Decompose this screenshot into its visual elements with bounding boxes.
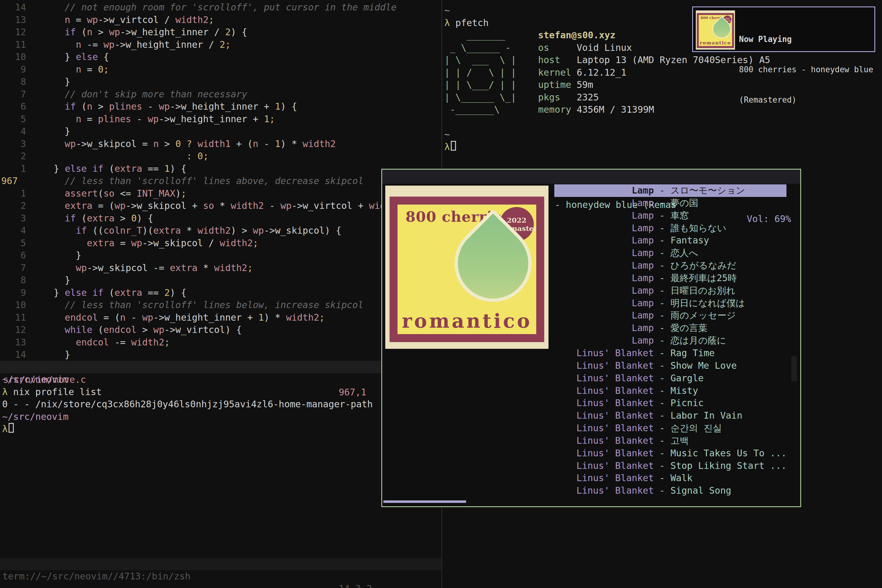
playlist-item[interactable]: Lamp - 雨のメッセージ (554, 309, 786, 322)
code-line[interactable]: 14 // not enough room for 'scrolloff', p… (0, 1, 441, 14)
op-text: )( (142, 225, 153, 237)
playlist-item[interactable]: Lamp - 愛の言葉 (554, 322, 786, 334)
op-text: } (32, 286, 64, 299)
code-line[interactable]: 10 // less than 'scrolloff' lines below,… (0, 299, 441, 312)
fg-text: w_virtcol (109, 14, 159, 26)
playlist-item[interactable]: Lamp - ひろがるなみだ (554, 260, 786, 272)
code-line[interactable]: 12 if (n > wp->w_height_inner / 2) { (0, 26, 441, 39)
playlist-artist: Lamp (554, 309, 654, 322)
line-number: 7 (0, 88, 32, 101)
playlist-item[interactable]: Lamp - スロ〜モ〜ション (554, 184, 786, 197)
id-text: INT_MAX (136, 188, 175, 200)
playlist-title: 夢の国 (670, 197, 698, 210)
shell-line[interactable]: λ nix profile list (2, 386, 373, 398)
op-text: } (32, 163, 64, 175)
id-text: wp (32, 262, 87, 274)
playlist-item[interactable]: Linus' Blanket - Gargle (554, 372, 786, 385)
op-text: > (114, 212, 131, 225)
code-line[interactable]: 2 : 0; (0, 150, 441, 163)
playlist-item[interactable]: Linus' Blanket - Walk (554, 472, 786, 484)
code-line[interactable]: 6 } (0, 249, 441, 262)
code-line[interactable]: 1 } else if (extra == 1) { (0, 163, 441, 175)
code-line[interactable]: 7 wp->w_skipcol -= extra * width2; (0, 262, 441, 274)
void-logo-ascii: | \______ \_| (444, 91, 538, 104)
playlist-item[interactable]: Linus' Blanket - 고백 (554, 435, 786, 447)
code-line[interactable]: 5 extra = wp->w_skipcol / width2; (0, 237, 441, 250)
code-line[interactable]: 9 } else if (extra == 2) { (0, 286, 441, 299)
playlist-item[interactable]: Lamp - 誰も知らない (554, 222, 786, 235)
code-line[interactable]: 14 } (0, 348, 441, 361)
playlist-item[interactable]: Lamp - 恋は月の蔭に (554, 334, 786, 347)
playlist-item[interactable]: Lamp - 夢の国 (554, 197, 786, 210)
playlist-item[interactable]: Linus' Blanket - Rag Time (554, 347, 786, 360)
code-line[interactable]: 6 if (n > plines - wp->w_height_inner + … (0, 100, 441, 113)
terminal-buffer[interactable]: ~/src/neovimλ nix profile list0 - - /nix… (2, 374, 373, 435)
music-player-window[interactable]: [Playing] herries - honeydew blue (Remas… (381, 169, 801, 507)
nvim-pane[interactable]: 14 // not enough room for 'scrolloff', p… (0, 0, 441, 588)
code-line[interactable]: 3 if (extra > 0) { (0, 212, 441, 225)
playlist-item[interactable]: Lamp - Fantasy (554, 234, 786, 247)
playlist-item[interactable]: Linus' Blanket - Signal Song (554, 484, 786, 497)
id-text: n (87, 26, 93, 39)
playlist-item[interactable]: Lamp - 日曜日のお別れ (554, 285, 786, 297)
playlist-item[interactable]: Linus' Blanket - Music Takes Us To ... (554, 447, 786, 460)
fg-text: w_virtcol (303, 200, 352, 212)
playlist-item[interactable]: Linus' Blanket - Picnic (554, 397, 786, 410)
op-text: ) { (225, 324, 242, 336)
code-line[interactable]: 11 endcol = (n - wp->w_height_inner + 1)… (0, 312, 441, 324)
playlist-item[interactable]: Linus' Blanket - Misty (554, 385, 786, 397)
playlist-item[interactable]: Lamp - 明日になれば僕は (554, 297, 786, 310)
playlist-item[interactable]: Linus' Blanket - Stop Liking Start ... (554, 460, 786, 472)
op-text: -= (81, 39, 104, 51)
code-line[interactable]: 8 } (0, 274, 441, 286)
playlist-item[interactable]: Lamp - 恋人へ (554, 247, 786, 260)
playlist-item[interactable]: Lamp - 最終列車は25時 (554, 272, 786, 285)
line-number: 7 (0, 262, 32, 274)
code-line[interactable]: 5 n = plines - wp->w_height_inner + 1; (0, 113, 441, 126)
playlist-artist: Lamp (554, 197, 654, 210)
line-number: 8 (0, 274, 32, 286)
playlist-item[interactable]: Lamp - 車窓 (554, 210, 786, 222)
code-line[interactable]: 2 extra = (wp->w_skipcol + so * width2 -… (0, 200, 441, 212)
code-line[interactable]: 7 // don't skip more than necessary (0, 88, 441, 101)
void-logo-ascii: | \ ___ \ | (444, 54, 538, 66)
op-text: > (159, 138, 175, 150)
playlist-scrollbar[interactable] (791, 356, 797, 381)
playlist-item[interactable]: Linus' Blanket - Show Me Love (554, 360, 786, 372)
code-line[interactable]: 12 while (endcol > wp->w_virtcol) { (0, 324, 441, 336)
terminal-statusline: term://~/src/neovim//4713:/bin/zsh 14,3-… (0, 558, 441, 570)
code-buffer[interactable]: 14 // not enough room for 'scrolloff', p… (0, 1, 441, 361)
shell-line[interactable]: 0 - - /nix/store/cq3cx86h28j0y46ls0nhjzj… (2, 398, 373, 411)
playlist[interactable]: Lamp - スロ〜モ〜ションLamp - 夢の国Lamp - 車窓Lamp -… (554, 184, 786, 497)
code-line[interactable]: 11 n -= wp->w_height_inner / 2; (0, 39, 441, 51)
code-line[interactable]: 10 } else { (0, 51, 441, 63)
player-header: [Playing] herries - honeydew blue (Remas… (382, 170, 800, 184)
shell-line[interactable]: ~/src/neovim (2, 411, 373, 423)
playlist-item[interactable]: Linus' Blanket - 순간의 진실 (554, 422, 786, 435)
code-line[interactable]: 3 wp->w_skipcol = n > 0 ? width1 + (n - … (0, 138, 441, 150)
code-line[interactable]: 967 // less than 'scrolloff' lines above… (0, 175, 441, 188)
code-line[interactable]: 13 endcol -= width2; (0, 336, 441, 349)
playlist-item[interactable]: Linus' Blanket - Labor In Vain (554, 410, 786, 422)
code-line[interactable]: 4 } (0, 125, 441, 138)
code-line[interactable]: 13 n = wp->w_virtcol / width2; (0, 14, 441, 26)
playback-progress-bar[interactable] (383, 500, 466, 503)
shell-line[interactable]: λ (2, 423, 373, 435)
code-line[interactable]: 9 n = 0; (0, 63, 441, 76)
id-text: extra (32, 237, 114, 250)
id-text: n (32, 63, 81, 76)
line-number: 2 (0, 200, 32, 212)
code-line[interactable]: 1 assert(so <= INT_MAX); (0, 188, 441, 200)
shell-line[interactable]: ~/src/neovim (2, 374, 373, 386)
shell-line[interactable]: λ (444, 141, 770, 153)
now-playing-notification[interactable]: 800 cherries 2022 Remaster romantico Now… (692, 6, 875, 52)
line-number: 6 (0, 249, 32, 262)
pfetch-label: os (538, 42, 577, 54)
kw-text: else (64, 163, 87, 175)
shell-line[interactable]: ~ (444, 128, 770, 141)
op-text: -> (153, 312, 164, 324)
blank-line (444, 116, 770, 129)
code-line[interactable]: 4 if ((colnr_T)(extra * width2) > wp->w_… (0, 225, 441, 237)
code-line[interactable]: 8 } (0, 76, 441, 88)
num-text: 2 (225, 26, 231, 39)
